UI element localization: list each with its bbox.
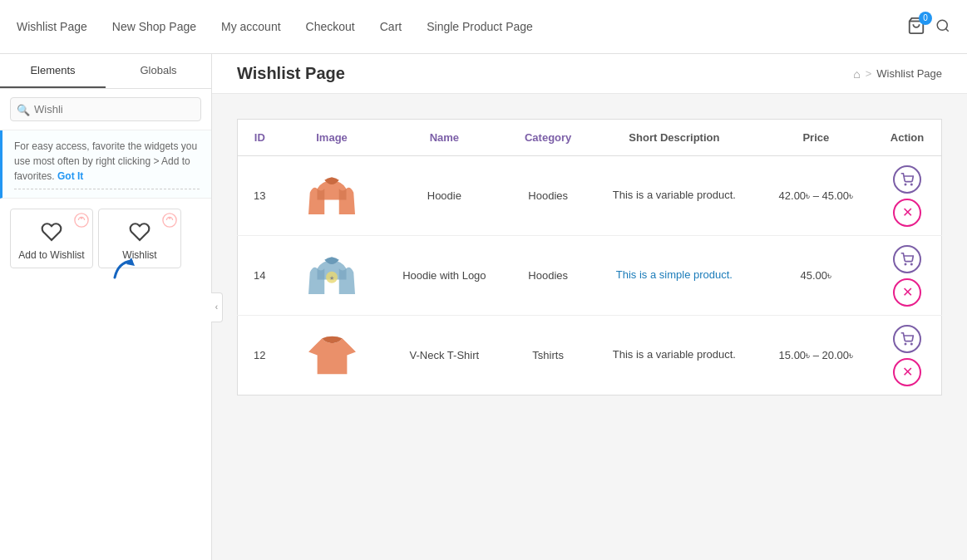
search-icon bbox=[935, 18, 950, 33]
tab-globals[interactable]: Globals bbox=[106, 54, 211, 88]
svg-point-9 bbox=[905, 184, 905, 184]
svg-point-17 bbox=[911, 343, 912, 344]
sidebar-collapse-button[interactable]: ‹ bbox=[211, 292, 223, 322]
svg-point-6 bbox=[169, 217, 171, 219]
col-header-price: Price bbox=[759, 120, 873, 156]
wishlist-table: ID Image Name Category Short Description… bbox=[237, 119, 942, 395]
sidebar-search-area: 🔍 bbox=[0, 89, 211, 130]
nav-link-single-product[interactable]: Single Product Page bbox=[427, 17, 533, 37]
row-name: Hoodie bbox=[382, 156, 507, 236]
product-image-hoodie-orange bbox=[301, 165, 363, 227]
svg-point-16 bbox=[905, 343, 905, 344]
add-to-wishlist-icon bbox=[39, 219, 64, 244]
col-header-image: Image bbox=[282, 120, 382, 156]
breadcrumb-current: Wishlist Page bbox=[876, 67, 942, 80]
add-to-cart-button-1[interactable] bbox=[893, 165, 921, 194]
row-image-cell bbox=[282, 316, 382, 395]
sidebar-tabs: Elements Globals bbox=[0, 54, 211, 89]
col-header-id: ID bbox=[238, 120, 282, 156]
remove-button-3[interactable]: ✕ bbox=[893, 358, 921, 386]
row-name: Hoodie with Logo bbox=[382, 236, 507, 316]
svg-point-5 bbox=[163, 214, 176, 227]
svg-point-14 bbox=[905, 263, 905, 264]
top-navigation: Wishlist Page New Shop Page My account C… bbox=[0, 0, 967, 54]
row-description: This is a variable product. bbox=[590, 316, 759, 395]
svg-point-3 bbox=[75, 214, 88, 227]
tab-elements[interactable]: Elements bbox=[0, 54, 106, 88]
table-row: 14 bbox=[238, 236, 942, 316]
row-category: Hoodies bbox=[506, 156, 590, 236]
search-button[interactable] bbox=[935, 18, 950, 36]
widgets-area: Add to Wishlist Wishlist bbox=[0, 199, 211, 278]
widget-add-to-wishlist[interactable]: Add to Wishlist bbox=[10, 209, 93, 268]
row-id: 14 bbox=[238, 236, 282, 316]
nav-link-checkout[interactable]: Checkout bbox=[306, 17, 355, 37]
svg-point-4 bbox=[81, 217, 83, 219]
svg-point-8 bbox=[328, 178, 336, 184]
tip-divider bbox=[14, 189, 200, 189]
table-row: 13 bbox=[238, 156, 942, 236]
row-image-cell: ★ bbox=[282, 236, 382, 316]
content-area: Wishlist Page ⌂ > Wishlist Page ID Image… bbox=[212, 54, 967, 560]
breadcrumb-bar: Wishlist Page ⌂ > Wishlist Page bbox=[212, 54, 967, 94]
action-buttons: ✕ bbox=[886, 325, 928, 386]
tshirt-orange-svg bbox=[305, 328, 359, 382]
row-description: This is a simple product. bbox=[590, 236, 759, 316]
cart-count: 0 bbox=[919, 12, 932, 25]
row-price: 15.00৳ – 20.00৳ bbox=[759, 316, 873, 395]
sidebar-tip: For easy access, favorite the widgets yo… bbox=[0, 130, 211, 199]
page-title: Wishlist Page bbox=[237, 64, 846, 83]
action-buttons: ✕ bbox=[886, 245, 928, 307]
remove-icon-1: ✕ bbox=[902, 204, 913, 220]
row-category: Hoodies bbox=[506, 236, 590, 316]
hoodie-orange-svg bbox=[303, 167, 361, 225]
wishlist-widget-icon bbox=[127, 219, 152, 244]
col-header-category: Category bbox=[506, 120, 590, 156]
row-name: V-Neck T-Shirt bbox=[382, 316, 507, 395]
sidebar: Elements Globals 🔍 For easy access, favo… bbox=[0, 54, 212, 560]
nav-link-cart[interactable]: Cart bbox=[380, 17, 402, 37]
nav-link-new-shop[interactable]: New Shop Page bbox=[112, 17, 196, 37]
product-image-tshirt-orange bbox=[301, 324, 363, 386]
sidebar-search-input[interactable] bbox=[10, 97, 201, 121]
svg-line-2 bbox=[945, 28, 948, 31]
widget-corner-icon-2 bbox=[162, 213, 177, 228]
remove-icon-3: ✕ bbox=[902, 364, 913, 380]
remove-button-1[interactable]: ✕ bbox=[893, 199, 921, 227]
add-to-cart-button-2[interactable] bbox=[893, 245, 921, 273]
row-price: 45.00৳ bbox=[759, 236, 873, 316]
row-id: 13 bbox=[238, 156, 282, 236]
remove-button-2[interactable]: ✕ bbox=[893, 278, 921, 307]
row-action: ✕ bbox=[873, 156, 942, 236]
table-header-row: ID Image Name Category Short Description… bbox=[238, 120, 942, 156]
nav-link-wishlist[interactable]: Wishlist Page bbox=[17, 17, 87, 37]
row-action: ✕ bbox=[873, 316, 942, 395]
tip-text: For easy access, favorite the widgets yo… bbox=[14, 140, 197, 182]
remove-icon-2: ✕ bbox=[902, 284, 913, 300]
main-layout: Elements Globals 🔍 For easy access, favo… bbox=[0, 54, 967, 560]
svg-text:★: ★ bbox=[329, 275, 334, 281]
home-icon[interactable]: ⌂ bbox=[853, 67, 860, 81]
breadcrumb-separator: > bbox=[866, 67, 872, 80]
row-category: Tshirts bbox=[506, 316, 590, 395]
wishlist-wrap: ID Image Name Category Short Description… bbox=[212, 94, 967, 420]
svg-point-11 bbox=[328, 258, 336, 263]
row-price: 42.00৳ – 45.00৳ bbox=[759, 156, 873, 236]
pointer-arrow bbox=[108, 254, 138, 287]
hoodie-blue-svg: ★ bbox=[303, 247, 361, 305]
row-action: ✕ bbox=[873, 236, 942, 316]
row-description: This is a variable product. bbox=[590, 156, 759, 236]
svg-point-15 bbox=[911, 263, 912, 264]
sidebar-search-icon: 🔍 bbox=[17, 103, 30, 115]
breadcrumb-nav: ⌂ > Wishlist Page bbox=[853, 67, 942, 81]
nav-link-my-account[interactable]: My account bbox=[221, 17, 281, 37]
col-header-description: Short Description bbox=[590, 120, 759, 156]
svg-point-1 bbox=[937, 20, 947, 30]
cart-button[interactable]: 0 bbox=[907, 17, 925, 37]
row-image-cell bbox=[282, 156, 382, 236]
got-it-link[interactable]: Got It bbox=[57, 170, 83, 182]
add-to-cart-button-3[interactable] bbox=[893, 325, 921, 353]
product-image-hoodie-blue: ★ bbox=[301, 244, 363, 307]
col-header-name: Name bbox=[382, 120, 507, 156]
add-to-wishlist-label: Add to Wishlist bbox=[18, 249, 84, 261]
